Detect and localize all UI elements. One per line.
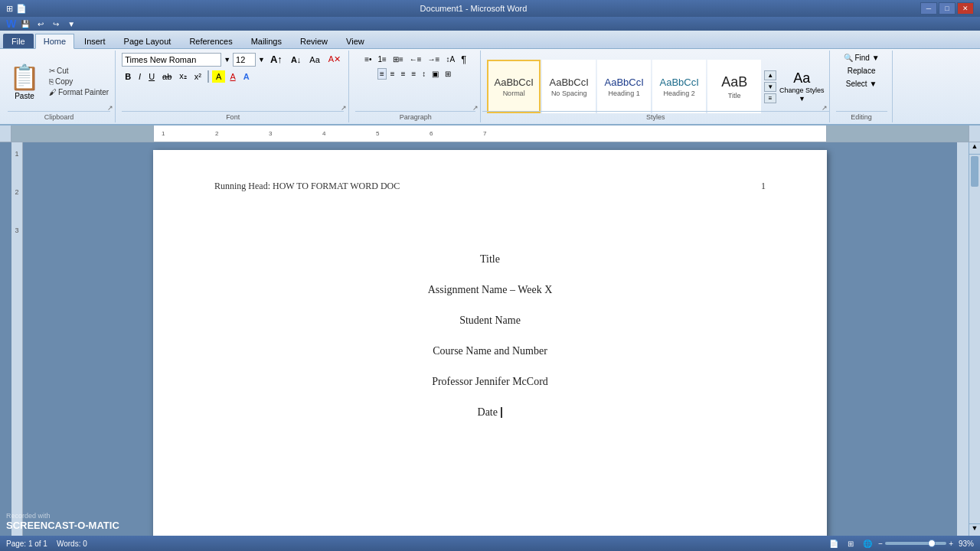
strikethrough-button[interactable]: ab (159, 70, 175, 83)
format-painter-button[interactable]: 🖌 Format Painter (47, 87, 110, 97)
cut-icon: ✂ (49, 67, 55, 75)
undo-quick-btn[interactable]: ↩ (34, 18, 47, 29)
style-heading2[interactable]: AaBbCcI Heading 2 (652, 60, 706, 113)
multilevel-button[interactable]: ⊞≡ (390, 54, 406, 65)
web-layout-btn[interactable]: 🌐 (861, 538, 874, 549)
content-date[interactable]: Date (478, 406, 503, 419)
content-student[interactable]: Student Name (459, 315, 521, 327)
subscript-button[interactable]: x₂ (176, 70, 190, 83)
main-area: 1 2 3 Running Head: HOW TO FORMAT WORD D… (0, 142, 980, 536)
align-center-button[interactable]: ≡ (388, 68, 397, 80)
italic-button[interactable]: I (136, 70, 144, 83)
styles-group: AaBbCcI Normal AaBbCcI No Spacing AaBbCc… (482, 51, 829, 122)
tab-references[interactable]: References (181, 34, 240, 48)
scrollbar-right[interactable]: ▲ ▼ (969, 142, 980, 536)
content-assignment[interactable]: Assignment Name – Week X (428, 284, 553, 296)
tab-page-layout[interactable]: Page Layout (116, 34, 180, 48)
ribbon-tabs: File Home Insert Page Layout References … (0, 31, 980, 49)
change-case-button[interactable]: Aa (306, 54, 322, 66)
styles-scroll-up[interactable]: ▲ (764, 70, 776, 80)
tab-mailings[interactable]: Mailings (243, 34, 290, 48)
paste-button[interactable]: 📋 Paste (8, 61, 41, 102)
sort-button[interactable]: ↕A (443, 54, 457, 65)
zoom-control: − + 93% (878, 540, 974, 548)
content-title[interactable]: Title (480, 253, 500, 266)
style-heading1[interactable]: AaBbCcI Heading 1 (597, 60, 651, 113)
replace-button[interactable]: Replace (845, 65, 878, 77)
tab-file[interactable]: File (3, 34, 34, 48)
styles-expander[interactable]: ↗ (822, 104, 828, 112)
tab-insert[interactable]: Insert (76, 34, 114, 48)
document-area[interactable]: Running Head: HOW TO FORMAT WORD DOC 1 T… (23, 142, 957, 536)
status-left: Page: 1 of 1 Words: 0 (6, 540, 87, 548)
content-professor[interactable]: Professor Jennifer McCord (432, 376, 548, 388)
underline-button[interactable]: U (145, 70, 158, 83)
styles-scroll-down[interactable]: ▼ (764, 82, 776, 92)
tab-home[interactable]: Home (35, 34, 74, 49)
maximize-button[interactable]: □ (939, 2, 956, 15)
font-size-input[interactable] (233, 53, 256, 67)
scrollbar-down[interactable]: ▼ (969, 523, 980, 536)
font-size-dropdown[interactable]: ▼ (258, 56, 265, 64)
ruler-mark-3: 3 (269, 130, 272, 137)
style-title[interactable]: AaB Title (707, 60, 761, 113)
copy-button[interactable]: ⎘ Copy (47, 77, 110, 86)
ribbon: 📋 Paste ✂ Cut ⎘ Copy 🖌 Format Painter Cl… (0, 49, 980, 126)
minimize-button[interactable]: ─ (920, 2, 937, 15)
numbering-button[interactable]: 1≡ (376, 54, 389, 65)
save-quick-btn[interactable]: 💾 (19, 18, 31, 29)
watermark-brand: SCREENCAST-O-MATIC (6, 520, 119, 531)
show-hide-button[interactable]: ¶ (459, 52, 469, 67)
increase-indent-button[interactable]: →≡ (426, 54, 443, 65)
align-right-button[interactable]: ≡ (399, 68, 408, 80)
select-button[interactable]: Select ▼ (844, 78, 879, 90)
font-color-button[interactable]: A (227, 70, 238, 83)
superscript-button[interactable]: x² (191, 70, 204, 83)
text-highlight-button[interactable]: A (212, 70, 225, 83)
content-course[interactable]: Course Name and Number (433, 345, 547, 357)
align-left-button[interactable]: ≡ (377, 68, 387, 80)
scrollbar-thumb[interactable] (971, 156, 978, 187)
line-spacing-button[interactable]: ↕ (420, 68, 428, 80)
styles-more[interactable]: ≡ (764, 93, 776, 103)
customize-quick-btn[interactable]: ▼ (65, 18, 77, 29)
style-no-spacing[interactable]: AaBbCcI No Spacing (542, 60, 596, 113)
redo-quick-btn[interactable]: ↪ (50, 18, 62, 29)
find-button[interactable]: 🔍 Find ▼ (841, 52, 882, 64)
page-info: Page: 1 of 1 (6, 540, 47, 548)
zoom-out-btn[interactable]: − (878, 540, 883, 548)
left-panel (0, 142, 11, 536)
font-shrink-button[interactable]: A↓ (288, 54, 304, 66)
font-name-input[interactable] (122, 53, 221, 67)
shading-button[interactable]: ▣ (430, 68, 441, 80)
style-no-spacing-label: No Spacing (551, 90, 587, 97)
font-grow-button[interactable]: A↑ (267, 52, 286, 67)
print-layout-btn[interactable]: 📄 (828, 538, 840, 549)
watermark-logo: Recorded with SCREENCAST-O-MATIC (6, 512, 119, 531)
word-count: Words: 0 (57, 540, 87, 548)
ruler-main[interactable]: 1 2 3 4 5 6 7 (153, 126, 827, 142)
zoom-thumb[interactable] (928, 540, 936, 547)
tab-review[interactable]: Review (292, 34, 336, 48)
clear-format-button[interactable]: A✕ (325, 53, 344, 66)
zoom-slider[interactable] (885, 542, 946, 545)
tab-view[interactable]: View (338, 34, 373, 48)
paragraph-expander[interactable]: ↗ (472, 104, 479, 112)
close-button[interactable]: ✕ (957, 2, 974, 15)
bold-button[interactable]: B (122, 70, 134, 83)
text-effects-button[interactable]: A (240, 70, 253, 83)
font-name-dropdown[interactable]: ▼ (224, 56, 230, 64)
full-screen-btn[interactable]: ⊞ (844, 538, 857, 549)
cut-button[interactable]: ✂ Cut (47, 66, 110, 76)
decrease-indent-button[interactable]: ←≡ (407, 54, 424, 65)
page-content: Title Assignment Name – Week X Student N… (214, 253, 766, 419)
style-normal[interactable]: AaBbCcI Normal (487, 60, 541, 113)
font-expander[interactable]: ↗ (341, 104, 347, 112)
justify-button[interactable]: ≡ (409, 68, 418, 80)
scrollbar-up[interactable]: ▲ (969, 142, 980, 155)
ruler-mark-6: 6 (430, 130, 433, 137)
bullets-button[interactable]: ≡• (362, 54, 374, 65)
borders-button[interactable]: ⊞ (443, 68, 453, 80)
zoom-in-btn[interactable]: + (949, 540, 953, 548)
clipboard-expander[interactable]: ↗ (107, 104, 113, 112)
